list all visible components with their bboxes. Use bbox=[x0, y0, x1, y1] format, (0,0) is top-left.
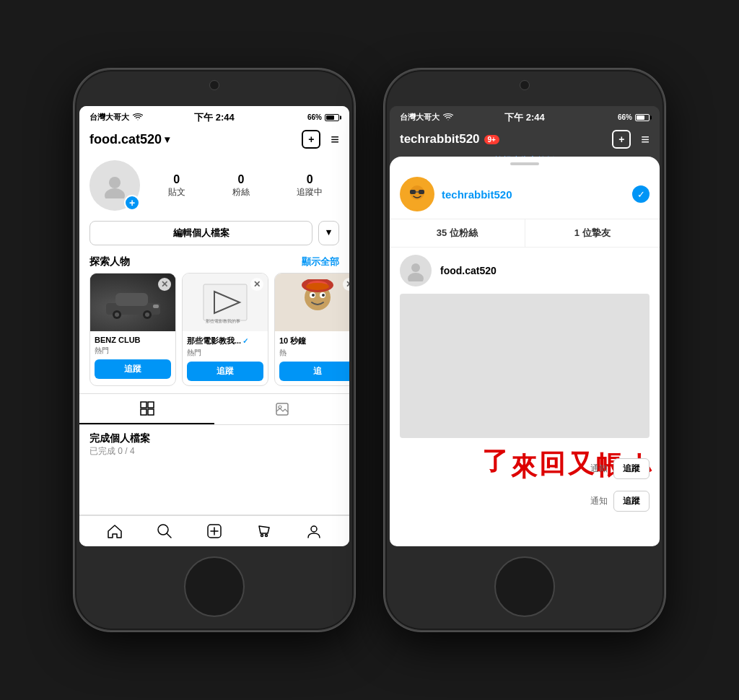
stat-followers: 0 粉絲 bbox=[232, 173, 250, 198]
search-tab[interactable] bbox=[139, 523, 189, 539]
show-all-button[interactable]: 顯示全部 bbox=[302, 255, 339, 268]
modal-check-button[interactable]: ✓ bbox=[632, 185, 650, 203]
tagged-tab[interactable] bbox=[214, 394, 349, 424]
stat-posts-num: 0 bbox=[168, 173, 185, 186]
menu-icon-1[interactable]: ≡ bbox=[331, 131, 339, 148]
stat-following: 0 追蹤中 bbox=[297, 173, 323, 198]
svg-point-33 bbox=[311, 526, 317, 532]
film-card-name: 那些電影教我... ✓ bbox=[187, 336, 263, 346]
add-post-icon-1[interactable]: + bbox=[302, 130, 320, 149]
svg-point-32 bbox=[266, 535, 268, 537]
p1-header: food.cat520 ▾ + ≡ bbox=[79, 126, 349, 153]
home-tab[interactable] bbox=[89, 523, 139, 539]
profile-complete-section: 完成個人檔案 已完成 0 / 4 bbox=[79, 425, 349, 465]
char-card-hot: 熱 bbox=[279, 348, 349, 358]
char-follow-button[interactable]: 追 bbox=[279, 362, 349, 381]
modal-avatar bbox=[400, 177, 434, 211]
svg-point-42 bbox=[408, 273, 424, 281]
username-text-1: food.cat520 bbox=[89, 132, 162, 147]
benz-card-hot: 熱門 bbox=[95, 346, 171, 356]
svg-point-31 bbox=[261, 535, 263, 537]
svg-rect-22 bbox=[141, 409, 147, 415]
svg-line-27 bbox=[167, 533, 171, 538]
benz-card-bottom: BENZ CLUB 熱門 追蹤 bbox=[90, 331, 175, 383]
edit-profile-button[interactable]: 編輯個人檔案 bbox=[89, 221, 312, 245]
status-bar-1: 台灣大哥大 下午 2:44 66% bbox=[79, 106, 349, 126]
notif-items-container: 通知 追蹤 通知 追蹤 bbox=[390, 452, 660, 517]
status-left-2: 台灣大哥大 bbox=[400, 112, 453, 123]
svg-point-41 bbox=[411, 263, 420, 272]
svg-point-5 bbox=[115, 312, 119, 317]
stat-following-label: 追蹤中 bbox=[297, 186, 323, 198]
notification-badge: 9+ bbox=[484, 135, 499, 144]
modal-handle bbox=[510, 162, 539, 165]
avatar-wrap-1: + bbox=[89, 160, 140, 211]
modal-followers-stat[interactable]: 35 位粉絲 bbox=[390, 219, 525, 247]
verified-icon-film: ✓ bbox=[242, 337, 248, 345]
modal-following-stat[interactable]: 1 位摯友 bbox=[525, 219, 660, 247]
acc-avatar bbox=[400, 255, 432, 286]
svg-point-16 bbox=[322, 294, 325, 297]
add-post-icon-2[interactable]: + bbox=[612, 130, 631, 149]
time-label-1: 下午 2:44 bbox=[194, 111, 235, 124]
account-item[interactable]: food.cat520 bbox=[390, 248, 660, 294]
modal-username[interactable]: techrabbit520 bbox=[442, 188, 625, 201]
stats-row-1: 0 貼文 0 粉絲 0 追蹤中 bbox=[152, 173, 339, 198]
notif-item-2: 通知 追蹤 bbox=[390, 485, 660, 517]
stat-followers-label: 粉絲 bbox=[232, 186, 250, 198]
benz-card-name: BENZ CLUB bbox=[95, 336, 171, 344]
battery-icon-1 bbox=[325, 114, 339, 121]
film-card-bottom: 那些電影教我... ✓ 熱門 追蹤 bbox=[183, 331, 268, 385]
p1-header-icons: + ≡ bbox=[302, 130, 339, 149]
p1-profile-section: + 0 貼文 0 粉絲 0 追蹤中 bbox=[79, 153, 349, 218]
explore-card-film: 那些電影教我的事 ✕ 那些電影教我... ✓ 熱門 追蹤 bbox=[182, 273, 268, 386]
bottom-tabs-row bbox=[79, 515, 349, 546]
explore-scroll: ✕ BENZ CLUB 熱門 追蹤 那些電影教我的事 bbox=[79, 273, 349, 393]
explore-card-benz: ✕ BENZ CLUB 熱門 追蹤 bbox=[89, 273, 176, 386]
bottom-nav bbox=[79, 515, 349, 546]
notif-action-2[interactable]: 追蹤 bbox=[613, 491, 650, 512]
create-tab[interactable] bbox=[189, 523, 239, 539]
gray-content-area bbox=[400, 294, 650, 438]
edit-dropdown-button[interactable]: ▾ bbox=[318, 221, 339, 245]
svg-point-0 bbox=[109, 177, 121, 188]
explore-section-header: 探索人物 顯示全部 bbox=[79, 248, 349, 273]
menu-icon-2[interactable]: ≡ bbox=[641, 131, 650, 148]
p2-username-text[interactable]: techrabbit520 bbox=[400, 132, 480, 146]
p1-username[interactable]: food.cat520 ▾ bbox=[89, 132, 170, 147]
modal-following-text: 1 位摯友 bbox=[574, 227, 611, 238]
shop-tab[interactable] bbox=[240, 523, 289, 539]
explore-card-char: ✕ 10 秒鐘 熱 追 bbox=[274, 273, 349, 386]
notif-action-1[interactable]: 追蹤 bbox=[613, 458, 650, 479]
profile-tab[interactable] bbox=[289, 523, 339, 539]
grid-tab[interactable] bbox=[79, 394, 214, 424]
film-follow-button[interactable]: 追蹤 bbox=[187, 362, 263, 381]
svg-point-19 bbox=[306, 283, 329, 290]
battery-fill-2 bbox=[637, 115, 644, 120]
stat-posts: 0 貼文 bbox=[168, 173, 185, 198]
svg-rect-8 bbox=[153, 305, 159, 308]
char-card-name: 10 秒鐘 bbox=[279, 336, 349, 346]
phone-1: 台灣大哥大 下午 2:44 66% food.cat520 ▾ bbox=[74, 69, 355, 631]
battery-fill-1 bbox=[326, 115, 334, 120]
content-tabs bbox=[79, 393, 349, 425]
stat-following-num: 0 bbox=[297, 173, 323, 186]
p2-username-row: techrabbit520 9+ bbox=[400, 132, 499, 146]
phone-2-screen: 台灣大哥大 下午 2:44 66% techrabbit520 9+ bbox=[390, 106, 660, 546]
notif-text-2: 通知 bbox=[590, 495, 608, 507]
avatar-plus-button[interactable]: + bbox=[124, 195, 140, 211]
acc-name: food.cat520 bbox=[440, 265, 497, 276]
check-icon: ✓ bbox=[637, 189, 645, 200]
benz-card-close[interactable]: ✕ bbox=[158, 278, 171, 291]
svg-point-7 bbox=[145, 312, 149, 317]
film-card-close[interactable]: ✕ bbox=[250, 278, 263, 291]
profile-complete-title: 完成個人檔案 bbox=[89, 432, 339, 445]
phone-1-screen: 台灣大哥大 下午 2:44 66% food.cat520 ▾ bbox=[79, 106, 349, 546]
profile-complete-sub: 已完成 0 / 4 bbox=[89, 445, 339, 458]
benz-follow-button[interactable]: 追蹤 bbox=[95, 359, 171, 379]
svg-rect-3 bbox=[115, 293, 148, 306]
dropdown-icon-1[interactable]: ▾ bbox=[165, 134, 170, 145]
modal-card: techrabbit520 ✓ 35 位粉絲 1 位摯友 bbox=[390, 157, 660, 546]
svg-rect-24 bbox=[276, 403, 288, 415]
stat-posts-label: 貼文 bbox=[168, 186, 185, 198]
